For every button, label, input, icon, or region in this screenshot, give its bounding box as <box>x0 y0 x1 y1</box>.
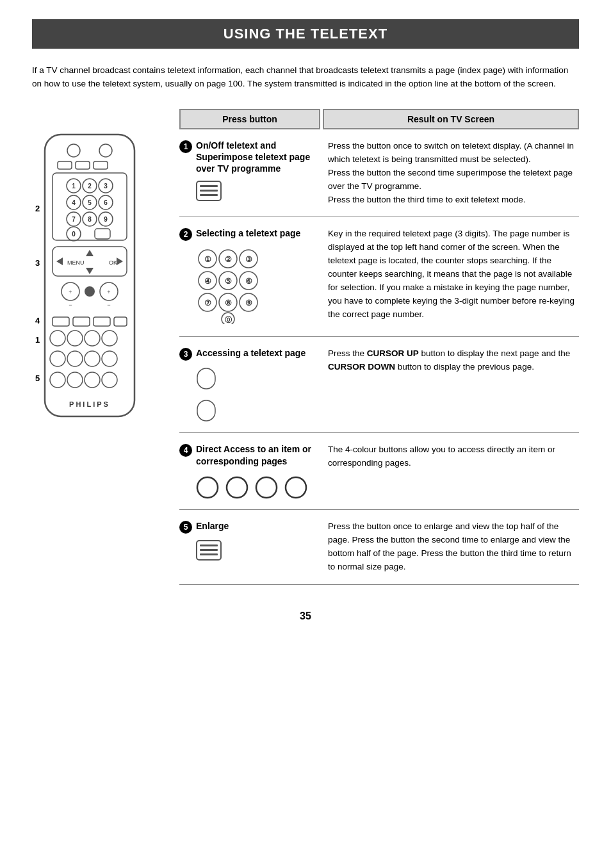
svg-point-92 <box>256 477 277 498</box>
intro-text: If a TV channel broadcast contains telet… <box>32 64 579 91</box>
enlarge-icon <box>196 540 316 562</box>
svg-point-56 <box>85 372 100 388</box>
svg-text:①: ① <box>204 255 211 264</box>
svg-point-90 <box>197 477 218 498</box>
teletext-icon <box>196 181 316 203</box>
page-number: 35 <box>32 610 579 622</box>
svg-rect-42 <box>53 317 69 326</box>
remote-area: 1 2 3 4 5 6 7 8 <box>32 109 179 585</box>
cursor-up-label: CURSOR UP <box>367 348 419 358</box>
svg-text:4: 4 <box>35 316 40 325</box>
svg-text:0: 0 <box>72 231 76 238</box>
svg-point-50 <box>50 351 65 366</box>
step-3-title: Accessing a teletext page <box>196 347 306 359</box>
svg-text:④: ④ <box>204 277 211 286</box>
svg-point-1 <box>67 144 80 157</box>
svg-marker-33 <box>56 258 63 265</box>
step-1-press: 1 On/Off teletext and Superimpose telete… <box>179 140 323 207</box>
step-2-circle: 2 <box>179 228 192 241</box>
step-1-title: On/Off teletext and Superimpose teletext… <box>196 140 316 175</box>
svg-rect-4 <box>76 161 90 169</box>
svg-text:2: 2 <box>35 204 40 213</box>
svg-marker-31 <box>86 250 94 256</box>
svg-text:6: 6 <box>104 199 108 206</box>
svg-marker-32 <box>86 268 94 274</box>
svg-rect-88 <box>197 368 215 389</box>
press-button-header: Press button <box>179 109 320 129</box>
result-header: Result on TV Screen <box>323 109 579 129</box>
step-3-circle: 3 <box>179 348 192 361</box>
svg-text:9: 9 <box>104 216 108 223</box>
svg-text:3: 3 <box>104 183 108 190</box>
step-2-header: 2 Selecting a teletext page <box>179 227 316 241</box>
svg-point-53 <box>102 351 117 366</box>
step-4-title: Direct Access to an item or correspondin… <box>196 443 316 466</box>
svg-text:4: 4 <box>72 199 76 206</box>
svg-text:③: ③ <box>245 255 252 264</box>
step-3-row: 3 Accessing a teletext page Press <box>179 337 579 433</box>
step-5-circle: 5 <box>179 521 192 534</box>
cursor-down-label: CURSOR DOWN <box>328 362 395 372</box>
svg-point-91 <box>227 477 247 498</box>
step-4-result: The 4-colour buttons allow you to access… <box>323 443 579 498</box>
page-title: Using the Teletext <box>45 26 566 42</box>
numpad-icon: ① ② ③ ④ ⑤ ⑥ <box>196 247 316 326</box>
svg-point-51 <box>67 351 83 366</box>
remote-svg: 1 2 3 4 5 6 7 8 <box>32 128 147 436</box>
svg-rect-65 <box>200 185 218 187</box>
svg-text:1: 1 <box>72 183 76 190</box>
title-bar: Using the Teletext <box>32 19 579 49</box>
svg-point-52 <box>85 351 100 366</box>
step-2-row: 2 Selecting a teletext page ① ② ③ <box>179 217 579 337</box>
svg-rect-67 <box>200 194 218 196</box>
svg-text:1: 1 <box>35 335 40 345</box>
svg-point-54 <box>50 372 65 388</box>
svg-point-93 <box>286 477 306 498</box>
step-1-result: Press the button once to switch on telet… <box>323 140 579 207</box>
svg-text:⑧: ⑧ <box>225 299 232 307</box>
svg-text:⑨: ⑨ <box>245 299 252 307</box>
svg-point-2 <box>99 144 112 157</box>
svg-text:⑦: ⑦ <box>204 299 211 307</box>
svg-rect-89 <box>197 400 215 421</box>
svg-point-46 <box>50 331 65 346</box>
svg-text:2: 2 <box>88 183 92 190</box>
step-3-result: Press the CURSOR UP button to display th… <box>323 347 579 422</box>
color-buttons-large <box>196 476 316 499</box>
svg-text:3: 3 <box>35 258 40 268</box>
step-4-circle: 4 <box>179 444 192 457</box>
svg-rect-5 <box>94 161 108 169</box>
step-1-circle: 1 <box>179 140 192 153</box>
svg-rect-96 <box>200 549 218 551</box>
svg-text:−: − <box>69 302 72 308</box>
svg-rect-3 <box>58 161 72 169</box>
step-2-result: Key in the required teletext page (3 dig… <box>323 227 579 326</box>
main-content: 1 2 3 4 5 6 7 8 <box>32 109 579 585</box>
svg-text:PHILIPS: PHILIPS <box>69 400 110 408</box>
step-3-header: 3 Accessing a teletext page <box>179 347 316 361</box>
svg-point-48 <box>85 331 100 346</box>
svg-rect-0 <box>45 135 134 416</box>
svg-point-55 <box>67 372 83 388</box>
col-headers: Press button Result on TV Screen <box>179 109 579 129</box>
svg-rect-27 <box>95 229 110 239</box>
step-4-row: 4 Direct Access to an item or correspond… <box>179 433 579 509</box>
svg-text:OK: OK <box>109 259 117 266</box>
remote-illustration: 1 2 3 4 5 6 7 8 <box>32 128 179 438</box>
svg-marker-34 <box>117 258 123 265</box>
svg-text:−: − <box>107 302 110 308</box>
step-5-header: 5 Enlarge <box>179 520 316 534</box>
svg-rect-95 <box>200 545 218 546</box>
step-5-row: 5 Enlarge Press the button onc <box>179 510 579 585</box>
step-2-title: Selecting a teletext page <box>196 227 300 239</box>
svg-rect-97 <box>200 553 218 555</box>
svg-text:⑤: ⑤ <box>225 277 232 286</box>
svg-text:+: + <box>107 289 110 295</box>
step-4-header: 4 Direct Access to an item or correspond… <box>179 443 316 466</box>
svg-text:MENU: MENU <box>67 259 85 266</box>
step-5-result: Press the button once to enlarge and vie… <box>323 520 579 574</box>
svg-text:②: ② <box>225 255 232 264</box>
svg-rect-43 <box>73 317 90 326</box>
step-3-press: 3 Accessing a teletext page <box>179 347 323 422</box>
svg-text:+: + <box>69 289 72 295</box>
